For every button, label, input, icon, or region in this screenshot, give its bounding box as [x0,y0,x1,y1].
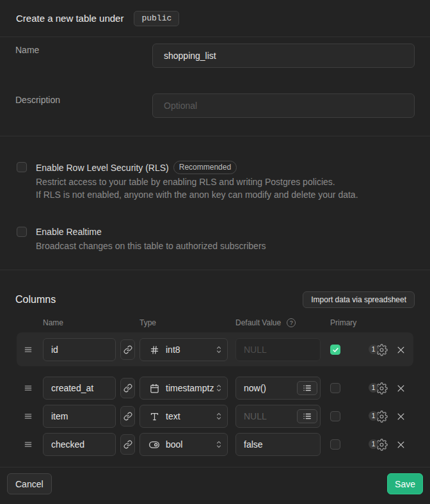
rls-label: Enable Row Level Security (RLS) [36,161,169,174]
columns-table-header: Name Type Default Value ? Primary [15,318,415,327]
link-icon [123,412,132,421]
chevron-up-down-icon [215,384,223,393]
schema-badge: public [134,11,179,26]
panel-header: Create a new table under public [0,0,430,37]
hash-icon [149,345,159,355]
chevron-up-down-icon [215,412,223,421]
drag-handle-icon[interactable] [23,384,33,393]
panel-footer: Cancel Save [0,467,430,504]
panel-title: Create a new table under [16,13,123,24]
primary-checkbox[interactable] [330,345,340,355]
table-info-section: Name Description [0,37,430,136]
foreign-key-button[interactable] [120,434,135,455]
x-icon [396,384,406,393]
link-icon [123,384,132,393]
name-row: Name [15,44,415,68]
settings-count-badge: 1 [369,411,378,421]
link-icon [123,440,132,449]
foreign-key-button[interactable] [120,378,135,398]
help-icon[interactable]: ? [287,318,296,327]
list-icon [303,412,312,421]
settings-count-badge: 1 [369,439,378,449]
drag-handle-icon[interactable] [23,345,33,354]
rls-toggle-row: Enable Row Level Security (RLS) Recommen… [17,161,415,201]
header-name: Name [43,318,139,327]
recommended-badge: Recommended [173,161,237,174]
column-row: bool 1 [15,433,415,456]
foreign-key-button[interactable] [120,339,135,360]
primary-checkbox[interactable] [330,411,340,421]
column-row: timestamptz [15,377,415,400]
column-name-input[interactable] [43,377,116,400]
remove-column-button[interactable] [395,440,406,450]
x-icon [396,440,406,450]
settings-count-badge: 1 [369,383,378,393]
drag-handle-icon[interactable] [23,412,33,421]
settings-count-badge: 1 [369,345,378,354]
column-row: text [15,405,415,428]
text-type-icon [149,412,159,421]
column-settings-button[interactable]: 1 [369,382,388,394]
column-row: int8 1 [17,332,413,366]
toggle-icon [149,439,159,450]
column-settings-button[interactable]: 1 [369,343,388,356]
column-name-input[interactable] [43,338,116,361]
table-options-section: Enable Row Level Security (RLS) Recommen… [0,136,430,270]
link-icon [123,345,132,354]
save-button[interactable]: Save [387,473,423,494]
column-type-select[interactable]: int8 [139,338,228,361]
drag-handle-icon[interactable] [23,440,33,449]
header-default-value: Default Value [235,318,281,327]
list-icon [303,384,312,393]
realtime-label: Enable Realtime [36,225,102,238]
columns-section: Columns Import data via spreadsheet Name… [0,270,430,467]
description-label: Description [15,93,152,106]
x-icon [396,412,406,421]
header-type: Type [139,318,235,327]
realtime-description: Broadcast changes on this table to autho… [36,240,266,252]
column-default-input[interactable] [235,433,321,456]
x-icon [396,345,406,355]
table-description-input[interactable] [152,93,415,118]
create-table-panel: Create a new table under public Name Des… [0,0,430,504]
remove-column-button[interactable] [395,384,406,393]
column-name-input[interactable] [43,405,116,428]
default-suggestions-button[interactable] [297,409,317,423]
table-name-input[interactable] [152,44,415,68]
default-suggestions-button[interactable] [297,381,317,395]
foreign-key-button[interactable] [120,406,135,427]
import-spreadsheet-button[interactable]: Import data via spreadsheet [303,291,415,308]
header-primary: Primary [330,318,356,327]
column-rows: int8 1 [15,332,415,456]
column-name-input[interactable] [43,433,116,456]
columns-heading: Columns [15,294,56,305]
primary-checkbox[interactable] [330,439,340,450]
calendar-icon [149,384,159,393]
column-type-select[interactable]: text [139,405,228,428]
column-settings-button[interactable]: 1 [369,438,388,451]
chevron-up-down-icon [215,440,223,449]
remove-column-button[interactable] [395,345,406,355]
column-type-select[interactable]: bool [139,433,228,456]
cancel-button[interactable]: Cancel [7,473,52,494]
realtime-toggle-row: Enable Realtime Broadcast changes on thi… [17,225,415,252]
realtime-checkbox[interactable] [17,227,27,237]
description-row: Description [15,93,415,118]
rls-description: Restrict access to your table by enablin… [36,175,358,201]
column-settings-button[interactable]: 1 [369,410,388,423]
column-default-input[interactable] [235,338,321,361]
column-type-select[interactable]: timestamptz [139,377,228,400]
remove-column-button[interactable] [395,412,406,421]
chevron-up-down-icon [215,345,223,354]
primary-checkbox[interactable] [330,383,340,393]
name-label: Name [15,44,152,56]
rls-checkbox[interactable] [17,162,27,172]
